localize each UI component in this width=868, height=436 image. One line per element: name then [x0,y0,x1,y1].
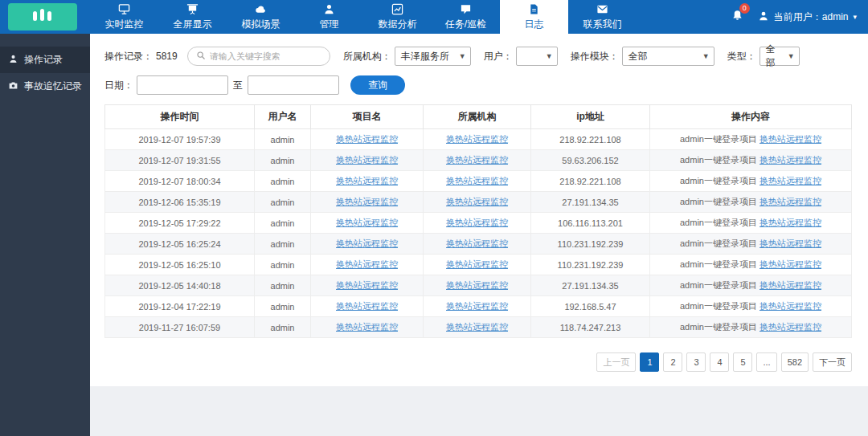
topnav-right: 0 当前用户：admin ▾ [731,0,857,34]
content-link[interactable]: 换热站远程监控 [760,301,821,311]
content-link[interactable]: 换热站远程监控 [760,197,821,206]
org-link[interactable]: 换热站远程监控 [446,301,508,311]
page-button: ... [756,352,776,372]
search-input[interactable] [210,51,321,61]
org-link[interactable]: 换热站远程监控 [446,134,508,144]
content-link[interactable]: 换热站远程监控 [760,259,821,269]
records-label: 操作记录： [104,50,153,63]
project-link[interactable]: 换热站远程监控 [336,176,398,185]
project-link[interactable]: 换热站远程监控 [336,238,398,248]
content-link[interactable]: 换热站远程监控 [760,218,821,227]
table-row: 2019-12-06 15:35:19 admin 换热站远程监控 换热站远程监… [105,192,852,213]
log-panel: 操作记录： 5819 所属机构： 丰泽服务所 ▼ 用户： ▼ [90,34,868,386]
camera-icon [8,80,18,93]
org-link[interactable]: 换热站远程监控 [446,280,508,290]
nav-item-label: 模拟场景 [242,18,280,31]
module-select[interactable]: 全部 ▼ [622,47,714,66]
page-button[interactable]: 582 [781,352,809,372]
nav-item-data-analysis[interactable]: 数据分析 [363,0,432,34]
cell-time: 2019-12-05 16:25:24 [105,234,255,255]
nav-item-logs[interactable]: 日志 [500,0,568,34]
page-button[interactable]: 2 [663,352,682,372]
cell-time: 2019-12-07 18:00:34 [105,171,255,192]
log-table: 操作时间 用户名 项目名 所属机构 ip地址 操作内容 2019-12-07 1… [104,104,852,338]
org-link[interactable]: 换热站远程监控 [446,176,508,185]
chart-icon [391,3,403,15]
content-prefix: admin一键登录项目 [680,176,760,185]
sidebar: 操作记录 事故追忆记录 [0,34,90,436]
date-label: 日期： [104,79,133,92]
page-button[interactable]: 3 [686,352,706,372]
sidebar-item-operation-records[interactable]: 操作记录 [0,47,90,73]
page-button[interactable]: 4 [710,352,729,372]
monitor-icon [118,3,130,15]
nav-item-fullscreen-display[interactable]: 全屏显示 [158,0,227,34]
nav-item-tasks-inspection[interactable]: 任务/巡检 [432,0,500,34]
nav-item-management[interactable]: 管理 [295,0,363,34]
content-link[interactable]: 换热站远程监控 [760,238,821,248]
clipboard-icon [8,54,18,67]
table-row: 2019-12-07 19:31:55 admin 换热站远程监控 换热站远程监… [105,150,852,171]
cell-user: admin [255,129,311,150]
content-link[interactable]: 换热站远程监控 [760,176,821,185]
table-row: 2019-12-05 17:29:22 admin 换热站远程监控 换热站远程监… [105,213,852,234]
notifications-button[interactable]: 0 [731,9,743,25]
org-link[interactable]: 换热站远程监控 [446,218,508,227]
project-link[interactable]: 换热站远程监控 [336,301,398,311]
app-logo [8,3,77,31]
nav-item-label: 实时监控 [105,18,144,31]
table-row: 2019-12-05 16:25:10 admin 换热站远程监控 换热站远程监… [105,255,852,275]
org-link[interactable]: 换热站远程监控 [446,155,508,165]
user-select[interactable]: ▼ [516,47,558,66]
org-link[interactable]: 换热站远程监控 [446,259,508,269]
org-link[interactable]: 换热站远程监控 [446,197,508,206]
table-header-row: 操作时间 用户名 项目名 所属机构 ip地址 操作内容 [105,105,852,129]
cell-user: admin [255,275,311,296]
content-prefix: admin一键登录项目 [680,259,760,269]
content-link[interactable]: 换热站远程监控 [760,134,821,144]
project-link[interactable]: 换热站远程监控 [336,218,398,227]
org-link[interactable]: 换热站远程监控 [446,322,508,332]
project-link[interactable]: 换热站远程监控 [336,197,398,206]
project-link[interactable]: 换热站远程监控 [336,322,398,332]
next-page-button[interactable]: 下一页 [813,352,852,372]
prev-page-button[interactable]: 上一页 [596,352,636,372]
date-from-input[interactable] [137,75,228,95]
cell-ip: 27.191.134.35 [531,192,650,213]
cell-time: 2019-12-05 14:40:18 [105,275,255,296]
nav-item-label: 联系我们 [583,18,622,31]
project-link[interactable]: 换热站远程监控 [336,134,398,144]
pagination: 上一页 12345...582 下一页 [104,352,852,372]
org-link[interactable]: 换热站远程监控 [446,238,508,248]
project-link[interactable]: 换热站远程监控 [336,280,398,290]
cell-user: admin [255,317,311,338]
nav-item-simulation-scene[interactable]: 模拟场景 [227,0,295,34]
chevron-down-icon: ▼ [459,52,466,60]
org-select[interactable]: 丰泽服务所 ▼ [395,47,471,66]
table-row: 2019-12-05 14:40:18 admin 换热站远程监控 换热站远程监… [105,275,852,296]
date-to-input[interactable] [248,75,339,95]
query-button[interactable]: 查询 [350,75,405,95]
cell-content: admin一键登录项目 换热站远程监控 [650,296,852,317]
type-select[interactable]: 全部 ▼ [760,47,800,66]
screen-icon [186,3,199,15]
sidebar-item-label: 事故追忆记录 [24,79,82,93]
content-prefix: admin一键登录项目 [680,218,760,227]
nav-item-label: 数据分析 [379,18,417,31]
project-link[interactable]: 换热站远程监控 [336,259,398,269]
type-label: 类型： [727,50,756,63]
page-button[interactable]: 1 [640,352,659,372]
content-link[interactable]: 换热站远程监控 [760,155,821,165]
nav-item-realtime-monitor[interactable]: 实时监控 [90,0,158,34]
sidebar-item-label: 操作记录 [24,53,63,67]
project-link[interactable]: 换热站远程监控 [336,155,398,165]
page-button[interactable]: 5 [733,352,752,372]
nav-item-contact-us[interactable]: 联系我们 [568,0,637,34]
log-table-body: 2019-12-07 19:57:39 admin 换热站远程监控 换热站远程监… [105,129,852,338]
content-link[interactable]: 换热站远程监控 [760,280,821,290]
content-link[interactable]: 换热站远程监控 [760,322,821,332]
cell-content: admin一键登录项目 换热站远程监控 [650,213,852,234]
cell-content: admin一键登录项目 换热站远程监控 [650,129,852,150]
user-menu[interactable]: 当前用户：admin ▾ [758,10,857,24]
sidebar-item-accident-records[interactable]: 事故追忆记录 [0,73,90,100]
